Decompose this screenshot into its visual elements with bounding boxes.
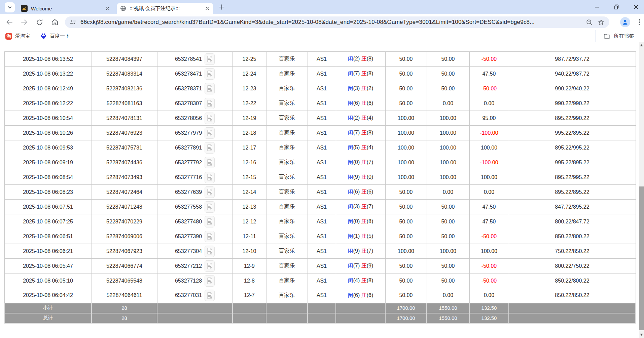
video-replay-icon[interactable] xyxy=(205,216,215,227)
video-replay-icon[interactable] xyxy=(205,142,215,154)
video-replay-icon[interactable] xyxy=(205,172,215,183)
vertical-scrollbar[interactable] xyxy=(639,42,644,338)
player-points: (9) xyxy=(353,174,361,180)
cell-balance: 987.72/937.72 xyxy=(509,52,636,67)
scrollbar-thumb[interactable] xyxy=(639,186,644,330)
tab-close-icon[interactable] xyxy=(105,6,110,11)
player-label: 闲 xyxy=(348,263,353,268)
new-tab-button[interactable] xyxy=(219,4,225,10)
cell-game: 百家乐 xyxy=(266,96,308,111)
banker-label: 庄 xyxy=(361,71,367,76)
cell-account: AS1 xyxy=(308,273,336,288)
zoom-out-icon[interactable] xyxy=(586,19,593,26)
forward-icon[interactable] xyxy=(20,17,29,27)
video-replay-icon[interactable] xyxy=(205,201,215,213)
home-icon[interactable] xyxy=(50,17,60,27)
player-points: (3) xyxy=(353,204,361,209)
cell-result: 闲(9) 庄(0) xyxy=(336,170,385,185)
cell-bet-id: 522874082136 xyxy=(92,81,157,96)
video-replay-icon[interactable] xyxy=(205,275,215,287)
video-replay-icon[interactable] xyxy=(205,68,215,80)
round-number: 653277792 xyxy=(175,160,202,166)
video-replay-icon[interactable] xyxy=(205,231,215,242)
cell-valid-amount: 100.00 xyxy=(427,126,469,140)
cell-round: 653278056 xyxy=(157,111,232,126)
cell-account: AS1 xyxy=(308,170,336,185)
cell-time: 2025-10-08 06:06:21 xyxy=(4,244,92,259)
video-replay-icon[interactable] xyxy=(205,290,215,301)
cell-result: 闲(6) 庄(6) xyxy=(336,96,385,111)
cell-session: 12-13 xyxy=(232,200,266,214)
cell-bet-amount: 50.00 xyxy=(385,96,427,111)
banker-points: (0) xyxy=(367,174,373,180)
cell-balance: 800.22/750.22 xyxy=(509,259,636,273)
cell-game: 百家乐 xyxy=(266,259,308,273)
player-points: (2) xyxy=(353,115,361,121)
cell-session: 12-12 xyxy=(232,214,266,229)
cell-bet-id: 522874074436 xyxy=(92,155,157,170)
cell-balance: 850.22/850.22 xyxy=(509,288,636,303)
cell-account: AS1 xyxy=(308,67,336,81)
url-text[interactable]: 66cxkj98.com/game/betrecord_search/kind3… xyxy=(80,19,577,26)
video-replay-icon[interactable] xyxy=(205,246,215,257)
table-row: 2025-10-08 06:04:42522874064611653277031… xyxy=(4,288,636,303)
tab-bet-records[interactable]: :::视讯 会员下注纪录::: xyxy=(117,3,213,14)
tab-close-icon[interactable] xyxy=(205,6,210,11)
cell-bet-amount: 50.00 xyxy=(385,52,427,67)
all-bookmarks-button[interactable]: 所有书签 xyxy=(596,30,634,42)
cell-bet-id: 522874075731 xyxy=(92,140,157,155)
tab-welcome[interactable]: Welcome xyxy=(17,3,114,14)
video-replay-icon[interactable] xyxy=(205,260,215,272)
summary-count: 28 xyxy=(92,303,157,313)
video-replay-icon[interactable] xyxy=(205,113,215,124)
site-settings-icon[interactable] xyxy=(70,19,76,26)
tab-search-button[interactable] xyxy=(5,2,15,12)
round-number: 653277639 xyxy=(175,189,202,195)
banker-label: 庄 xyxy=(361,233,367,239)
video-replay-icon[interactable] xyxy=(205,98,215,109)
cell-time: 2025-10-08 06:07:25 xyxy=(4,214,92,229)
cell-win-loss: -50.00 xyxy=(469,81,509,96)
profile-avatar[interactable] xyxy=(620,17,630,27)
cell-bet-id: 522874073493 xyxy=(92,170,157,185)
scroll-up-icon[interactable] xyxy=(639,43,644,48)
video-replay-icon[interactable] xyxy=(205,186,215,198)
cell-valid-amount: 50.00 xyxy=(427,200,469,214)
bookmark-baidu[interactable]: 百度一下 xyxy=(40,33,70,39)
summary-empty-cell xyxy=(266,303,308,313)
bookmarks-bar: 淘 爱淘宝 百度一下 所有书签 xyxy=(0,30,644,42)
cell-bet-id: 522874083314 xyxy=(92,67,157,81)
table-row: 2025-10-08 06:05:10522874065548653277128… xyxy=(4,273,636,288)
menu-kebab-icon[interactable] xyxy=(636,17,643,27)
url-bar[interactable]: 66cxkj98.com/game/betrecord_search/kind3… xyxy=(65,16,609,28)
bookmark-taobao[interactable]: 淘 爱淘宝 xyxy=(5,33,30,40)
cell-game: 百家乐 xyxy=(266,200,308,214)
minimize-icon[interactable] xyxy=(594,4,600,10)
bookmark-label: 爱淘宝 xyxy=(15,33,30,39)
video-replay-icon[interactable] xyxy=(205,83,215,94)
cell-balance: 850.22/800.22 xyxy=(509,229,636,244)
cell-account: AS1 xyxy=(308,200,336,214)
back-icon[interactable] xyxy=(5,17,14,27)
cell-bet-amount: 50.00 xyxy=(385,200,427,214)
round-number: 653278056 xyxy=(175,115,202,121)
table-row: 2025-10-08 06:10:26522874076923653277979… xyxy=(4,126,636,140)
cell-account: AS1 xyxy=(308,185,336,200)
bookmark-star-icon[interactable] xyxy=(598,19,605,26)
round-wrap: 653277031 xyxy=(157,290,232,301)
close-icon[interactable] xyxy=(633,4,639,10)
video-replay-icon[interactable] xyxy=(205,127,215,139)
cell-result: 闲(5) 庄(4) xyxy=(336,140,385,155)
cell-round: 653277304 xyxy=(157,244,232,259)
restore-icon[interactable] xyxy=(613,4,620,10)
cell-balance: 800.22/847.72 xyxy=(509,214,636,229)
banker-points: (4) xyxy=(367,115,373,121)
table-row: 2025-10-08 06:09:53522874075731653277891… xyxy=(4,140,636,155)
video-replay-icon[interactable] xyxy=(205,53,215,65)
banker-points: (7) xyxy=(367,204,373,209)
video-replay-icon[interactable] xyxy=(205,157,215,168)
cell-session: 12-18 xyxy=(232,126,266,140)
scroll-down-icon[interactable] xyxy=(639,332,644,337)
cell-session: 12-19 xyxy=(232,111,266,126)
refresh-icon[interactable] xyxy=(35,17,44,27)
